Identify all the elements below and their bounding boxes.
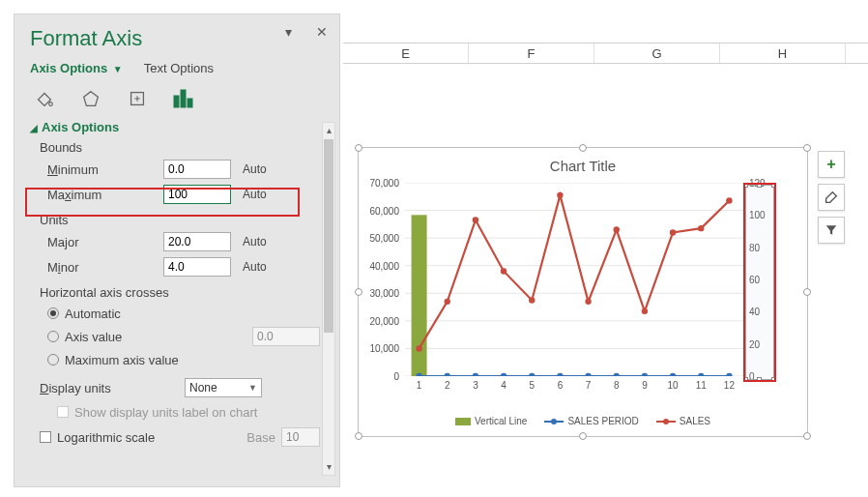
svg-point-33 (614, 226, 620, 232)
resize-handle[interactable] (355, 288, 362, 296)
tab-text-options[interactable]: Text Options (144, 61, 214, 75)
radio-automatic[interactable]: Automatic (47, 304, 320, 323)
svg-point-36 (698, 225, 704, 231)
svg-point-22 (642, 373, 648, 376)
maximum-label: Maximum (47, 188, 163, 202)
svg-point-37 (726, 197, 732, 203)
format-axis-pane: Format Axis ▾ ✕ Axis Options ▼ Text Opti… (14, 14, 340, 487)
resize-handle[interactable] (355, 144, 362, 152)
svg-point-17 (501, 373, 506, 376)
svg-point-18 (529, 373, 535, 376)
svg-point-28 (473, 217, 478, 222)
log-scale-check[interactable]: Logarithmic scale Base (40, 427, 320, 447)
chart-filters-button[interactable] (818, 217, 845, 244)
resize-handle[interactable] (803, 432, 811, 440)
group-bounds: Bounds (40, 140, 320, 155)
group-hcross: Horizontal axis crosses (40, 285, 320, 300)
legend-sales-period[interactable]: SALES PERIOD (544, 416, 638, 426)
svg-point-25 (726, 373, 732, 376)
section-axis-options[interactable]: ◢Axis Options (30, 120, 320, 134)
resize-handle[interactable] (803, 144, 811, 152)
scroll-thumb[interactable] (324, 139, 333, 333)
scroll-down-icon[interactable]: ▾ (323, 459, 334, 475)
plot-area (405, 183, 743, 376)
resize-handle[interactable] (355, 432, 362, 440)
minor-input[interactable] (163, 257, 231, 277)
svg-point-34 (642, 308, 648, 314)
svg-point-35 (670, 229, 676, 235)
chart-styles-button[interactable] (818, 184, 845, 211)
display-units-select[interactable]: None▼ (185, 378, 262, 397)
svg-point-32 (585, 299, 591, 305)
resize-handle[interactable] (579, 144, 587, 152)
radio-max-axis-value[interactable]: Maximum axis value (47, 350, 320, 369)
legend-vertical-line[interactable]: Vertical Line (455, 416, 527, 426)
svg-point-31 (557, 192, 563, 198)
size-icon[interactable] (123, 87, 152, 110)
radio-axis-value[interactable]: Axis value (47, 327, 320, 346)
legend-sales[interactable]: SALES (656, 416, 710, 426)
axis-value-input[interactable] (252, 327, 320, 346)
col-g[interactable]: G (594, 44, 720, 63)
minor-label: Minor (47, 260, 163, 275)
show-units-label-check: Show display units label on chart (57, 402, 320, 422)
category-icons (14, 83, 339, 120)
chevron-down-icon: ▼ (113, 64, 123, 74)
scrollbar[interactable]: ▴ ▾ (322, 122, 335, 476)
column-headers: E F G H (343, 43, 868, 64)
options-scroll-area: ◢Axis Options Bounds Minimum Auto Maximu… (30, 120, 320, 480)
scroll-up-icon[interactable]: ▴ (323, 123, 334, 138)
svg-rect-3 (181, 90, 186, 107)
resize-handle[interactable] (579, 432, 587, 440)
x-axis: 123456789101112 (405, 380, 743, 395)
fill-icon[interactable] (30, 87, 59, 110)
tab-axis-options[interactable]: Axis Options ▼ (30, 61, 123, 75)
legend[interactable]: Vertical Line SALES PERIOD SALES (359, 416, 807, 426)
major-auto[interactable]: Auto (243, 235, 267, 248)
axis-options-icon[interactable] (169, 87, 198, 110)
col-e[interactable]: E (343, 44, 469, 63)
svg-marker-0 (84, 92, 99, 106)
svg-rect-4 (188, 99, 192, 107)
chart-object[interactable]: Chart Title 010,00020,00030,00040,00050,… (358, 147, 808, 437)
svg-rect-13 (412, 215, 427, 376)
svg-point-19 (557, 373, 563, 376)
chart-elements-button[interactable]: + (818, 151, 845, 178)
minimum-label: Minimum (47, 162, 163, 177)
svg-point-23 (670, 373, 676, 376)
svg-point-24 (698, 373, 704, 376)
group-units: Units (40, 213, 320, 227)
major-input[interactable] (163, 232, 231, 251)
svg-point-29 (501, 268, 506, 274)
effects-icon[interactable] (76, 87, 105, 110)
svg-point-21 (614, 373, 620, 376)
display-units-label: Display units (40, 381, 185, 395)
svg-point-26 (416, 345, 421, 351)
svg-point-20 (585, 373, 591, 376)
y-axis-primary: 010,00020,00030,00040,00050,00060,00070,… (364, 183, 403, 376)
svg-point-16 (473, 373, 478, 376)
tab-axis-options-label: Axis Options (30, 61, 107, 75)
minor-auto[interactable]: Auto (243, 260, 267, 274)
maximum-input[interactable] (163, 185, 231, 204)
svg-point-15 (445, 373, 450, 376)
chart-title[interactable]: Chart Title (359, 148, 807, 178)
pane-menu-icon[interactable]: ▾ (285, 24, 299, 38)
minimum-auto[interactable]: Auto (243, 162, 267, 176)
svg-point-30 (529, 297, 535, 303)
major-label: Major (47, 235, 163, 249)
pane-title: Format Axis (30, 26, 324, 51)
svg-rect-2 (174, 96, 179, 107)
base-label: Base (246, 430, 275, 445)
col-f[interactable]: F (469, 44, 594, 63)
secondary-axis-selection[interactable] (745, 185, 774, 380)
close-icon[interactable]: ✕ (316, 24, 330, 38)
maximum-auto[interactable]: Auto (243, 188, 267, 201)
svg-point-27 (445, 299, 450, 305)
base-input (281, 427, 320, 447)
col-h[interactable]: H (720, 44, 846, 63)
minimum-input[interactable] (163, 160, 231, 179)
resize-handle[interactable] (803, 288, 811, 296)
